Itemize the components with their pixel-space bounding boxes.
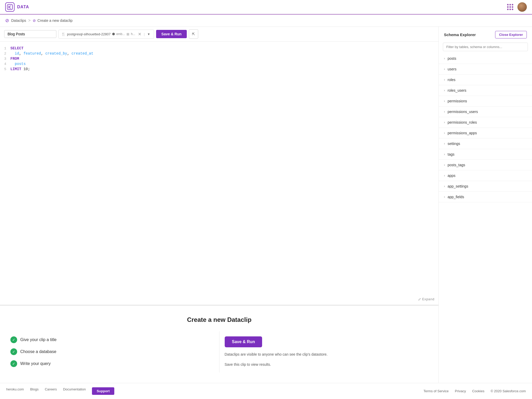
line-content-3: FROM (10, 57, 19, 61)
chevron-right-icon: › (444, 195, 445, 199)
line-content-4: posts (10, 62, 26, 66)
close-explorer-button[interactable]: Close Explorer (495, 31, 527, 38)
footer-link-careers[interactable]: Careers (45, 387, 57, 395)
table-name-roles: roles (448, 78, 455, 82)
footer: heroku.com Blogs Careers Documentation S… (0, 383, 532, 399)
db-name: postgresql-silhouetted-22807 (67, 32, 111, 36)
line-content-1: SELECT (10, 46, 23, 50)
chevron-right-icon: › (444, 78, 445, 82)
schema-item-posts[interactable]: › posts (439, 53, 532, 64)
code-editor[interactable]: 1 SELECT 2 id, featured, created_by, cre… (0, 42, 438, 305)
footer-link-cookies[interactable]: Cookies (472, 389, 484, 393)
chevron-right-icon: › (444, 121, 445, 124)
chevron-right-icon: › (444, 152, 445, 156)
copyright-text: © 2020 Salesforce.com (491, 389, 526, 393)
check-icon-1: ✓ (10, 336, 17, 343)
expand-arrows-icon: ⤢ (418, 297, 421, 302)
table-name-permissions: permissions (448, 99, 467, 103)
editor-panel: 🍴 postgresql-silhouetted-22807 emb... ⊞ … (0, 27, 438, 383)
header-right (507, 2, 527, 12)
schema-item-permissions[interactable]: › permissions (439, 96, 532, 107)
schema-item-users[interactable]: › users (439, 64, 532, 75)
breadcrumb-separator: > (28, 18, 31, 23)
dataclip-title-input[interactable] (4, 30, 56, 38)
footer-link-heroku[interactable]: heroku.com (6, 387, 24, 395)
line-number-5: 5 (0, 67, 10, 71)
line-content-2: id, featured, created_by, created_at (10, 51, 93, 56)
schema-item-roles[interactable]: › roles (439, 75, 532, 85)
info-panel: Create a new Dataclip ✓ Give your clip a… (0, 306, 438, 383)
info-content: ✓ Give your clip a title ✓ Choose a data… (5, 331, 433, 373)
table-name-app-settings: app_settings (448, 184, 468, 188)
schema-filter (443, 43, 528, 51)
footer-link-tos[interactable]: Terms of Service (423, 389, 449, 393)
avatar-image (517, 2, 527, 12)
schema-item-roles-users[interactable]: › roles_users (439, 85, 532, 96)
table-name-permissions-apps: permissions_apps (448, 131, 477, 135)
schema-item-app-settings[interactable]: › app_settings (439, 181, 532, 192)
checklist: ✓ Give your clip a title ✓ Choose a data… (5, 331, 219, 373)
breadcrumb-parent[interactable]: Dataclips (11, 18, 26, 23)
footer-left: heroku.com Blogs Careers Documentation S… (6, 387, 114, 395)
chevron-right-icon: › (444, 110, 445, 114)
table-name-apps: apps (448, 174, 455, 178)
schema-item-settings[interactable]: › settings (439, 138, 532, 149)
database-selector[interactable]: 🍴 postgresql-silhouetted-22807 emb... ⊞ … (58, 30, 154, 39)
heroku-logo (5, 2, 15, 12)
header-left: DATA (5, 2, 29, 12)
footer-link-documentation[interactable]: Documentation (63, 387, 86, 395)
table-name-users: users (448, 67, 456, 71)
checklist-item-2: ✓ Choose a database (10, 348, 214, 355)
db-dropdown-button[interactable]: ▾ (146, 31, 151, 37)
code-line-1: 1 SELECT (0, 46, 438, 51)
table-name-roles-users: roles_users (448, 88, 466, 92)
chevron-right-icon: › (444, 131, 445, 135)
table-name-permissions-roles: permissions_roles (448, 120, 477, 124)
save-run-button[interactable]: Save & Run (156, 30, 187, 38)
footer-link-blogs[interactable]: Blogs (30, 387, 39, 395)
chevron-right-icon: › (444, 57, 445, 60)
schema-header: Schema Explorer Close Explorer (439, 27, 532, 43)
schema-item-app-fields[interactable]: › app_fields (439, 192, 532, 202)
emb-tag: emb... (116, 32, 125, 36)
editor-toolbar: 🍴 postgresql-silhouetted-22807 emb... ⊞ … (0, 27, 438, 42)
header: DATA (0, 0, 532, 15)
expand-link[interactable]: ⤢ Expand (418, 297, 434, 302)
schema-panel: Schema Explorer Close Explorer › posts ›… (438, 27, 532, 383)
footer-link-privacy[interactable]: Privacy (455, 389, 466, 393)
breadcrumb: ⊘ Dataclips > ⊘ Create a new dataclip (0, 15, 532, 27)
save-run-big-button[interactable]: Save & Run (225, 336, 262, 347)
schema-tag: h... (131, 32, 135, 36)
schema-layers-icon: ⊞ (127, 32, 129, 36)
db-selector-icon: 🍴 (61, 32, 65, 36)
line-content-5: LIMIT 10; (10, 67, 30, 71)
support-button[interactable]: Support (92, 387, 114, 395)
current-page-icon: ⊘ (33, 18, 36, 23)
description-text: Dataclips are visible to anyone who can … (225, 351, 428, 357)
code-line-3: 3 FROM (0, 56, 438, 61)
table-name-app-fields: app_fields (448, 195, 464, 199)
schema-item-permissions-apps[interactable]: › permissions_apps (439, 128, 532, 138)
apps-grid-icon[interactable] (507, 4, 513, 10)
schema-item-tags[interactable]: › tags (439, 149, 532, 160)
table-name-posts-tags: posts_tags (448, 163, 465, 167)
db-status-dot (112, 33, 115, 35)
user-avatar[interactable] (517, 2, 527, 12)
table-name-tags: tags (448, 152, 454, 156)
schema-filter-input[interactable] (443, 43, 528, 51)
checklist-text-3: Write your query (20, 361, 51, 366)
code-line-2: 2 id, featured, created_by, created_at (0, 51, 438, 56)
db-close-button[interactable]: ✕ (137, 31, 142, 37)
checklist-item-3: ✓ Write your query (10, 360, 214, 367)
chevron-right-icon: › (444, 142, 445, 145)
chevron-right-icon: › (444, 99, 445, 103)
schema-item-permissions-users[interactable]: › permissions_users (439, 107, 532, 117)
svg-rect-0 (7, 4, 12, 10)
schema-item-permissions-roles[interactable]: › permissions_roles (439, 117, 532, 128)
schema-item-apps[interactable]: › apps (439, 170, 532, 181)
expand-button[interactable]: ⇱ (189, 29, 198, 39)
check-icon-2: ✓ (10, 348, 17, 355)
schema-item-posts-tags[interactable]: › posts_tags (439, 160, 532, 170)
dataclips-icon: ⊘ (5, 18, 9, 23)
info-panel-title: Create a new Dataclip (5, 316, 433, 323)
